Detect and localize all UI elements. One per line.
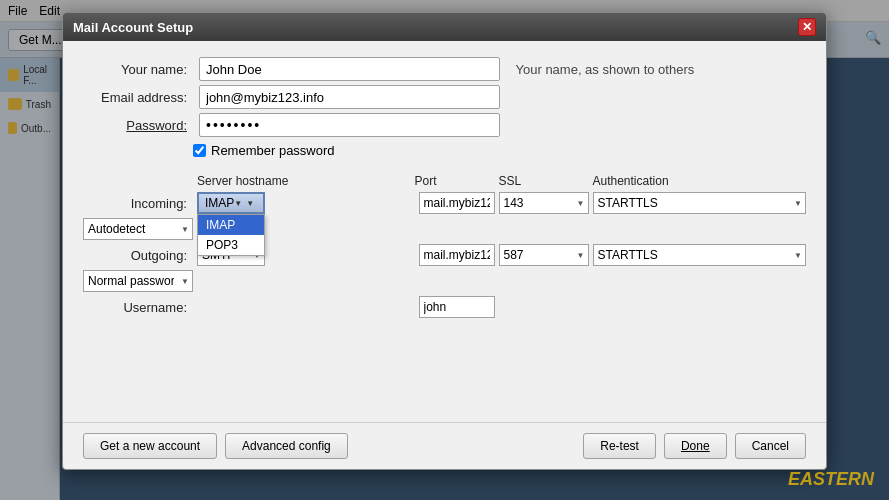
incoming-port-select[interactable]: 143 [499,192,589,214]
dialog-footer: Get a new account Advanced config Re-tes… [63,422,826,469]
incoming-auth-wrapper: Autodetect [83,218,193,240]
re-test-button[interactable]: Re-test [583,433,656,459]
ssl-header: SSL [499,174,589,188]
port-header: Port [415,174,495,188]
outgoing-auth-wrapper: Normal password [83,270,193,292]
incoming-ssl-select[interactable]: STARTTLS [593,192,807,214]
close-button[interactable]: ✕ [798,18,816,36]
incoming-label: Incoming: [83,196,193,211]
done-label: Done [681,439,710,453]
your-name-hint: Your name, as shown to others [506,62,807,77]
dialog-titlebar: Mail Account Setup ✕ [63,13,826,41]
outgoing-ssl-wrapper: STARTTLS [593,244,807,266]
your-name-input[interactable] [199,57,500,81]
incoming-protocol-value: IMAP [205,196,234,210]
server-section: Server hostname Port SSL Authentication … [83,174,806,322]
auth-header: Authentication [593,174,807,188]
dialog-title: Mail Account Setup [73,20,193,35]
incoming-hostname-input[interactable] [419,192,495,214]
incoming-protocol-wrapper: IMAP ▼ IMAP POP3 [197,192,265,214]
remember-label: Remember password [211,143,335,158]
username-input[interactable] [419,296,495,318]
dialog-body: Your name: Your name, as shown to others… [63,41,826,422]
done-button[interactable]: Done [664,433,727,459]
server-hostname-header: Server hostname [197,174,411,188]
password-row: Password: [83,113,806,137]
outgoing-auth-select[interactable]: Normal password [83,270,193,292]
footer-right: Re-test Done Cancel [583,433,806,459]
advanced-config-button[interactable]: Advanced config [225,433,348,459]
footer-left: Get a new account Advanced config [83,433,348,459]
outgoing-label: Outgoing: [83,248,193,263]
outgoing-ssl-select[interactable]: STARTTLS [593,244,807,266]
outgoing-row: Outgoing: SMTP 587 STARTTLS [83,244,806,292]
email-input[interactable] [199,85,500,109]
password-label: Password: [83,118,193,133]
email-label: Email address: [83,90,193,105]
cancel-button[interactable]: Cancel [735,433,806,459]
outgoing-hostname-input[interactable] [419,244,495,266]
dropdown-arrow: ▼ [234,199,242,208]
dropdown-item-pop3[interactable]: POP3 [198,235,264,255]
remember-row: Remember password [193,143,806,158]
incoming-ssl-wrapper: STARTTLS [593,192,807,214]
protocol-dropdown: IMAP POP3 [197,214,265,256]
incoming-row: Incoming: IMAP ▼ IMAP POP3 14 [83,192,806,240]
outgoing-port-wrapper: 587 [499,244,589,266]
your-name-row: Your name: Your name, as shown to others [83,57,806,81]
server-header: Server hostname Port SSL Authentication [83,174,806,188]
get-new-account-button[interactable]: Get a new account [83,433,217,459]
incoming-protocol-btn[interactable]: IMAP ▼ [197,192,265,214]
mail-account-setup-dialog: Mail Account Setup ✕ Your name: Your nam… [62,12,827,470]
incoming-auth-select[interactable]: Autodetect [83,218,193,240]
password-input[interactable] [199,113,500,137]
dropdown-item-imap[interactable]: IMAP [198,215,264,235]
username-label: Username: [83,300,193,315]
your-name-label: Your name: [83,62,193,77]
watermark: EASTERN [788,469,874,490]
email-row: Email address: [83,85,806,109]
remember-checkbox[interactable] [193,144,206,157]
incoming-port-wrapper: 143 [499,192,589,214]
outgoing-port-select[interactable]: 587 [499,244,589,266]
username-row: Username: [83,296,806,322]
